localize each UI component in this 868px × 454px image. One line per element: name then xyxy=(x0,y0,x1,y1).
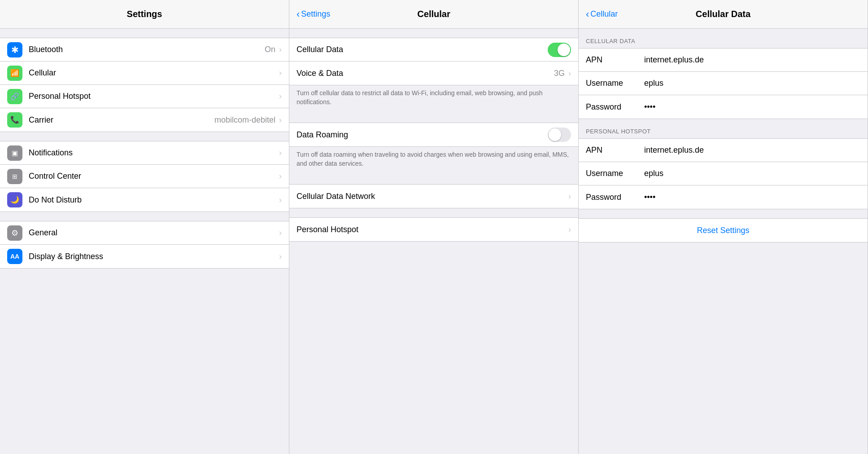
cellular-panel: ‹ Settings Cellular Cellular Data Voice … xyxy=(289,0,579,454)
settings-group-system: ▣ Notifications › ⊞ Control Center › 🌙 D… xyxy=(0,141,289,212)
cellular-data-toggle-row[interactable]: Cellular Data xyxy=(289,38,578,62)
hotspot-apn-value: internet.eplus.de xyxy=(644,145,860,155)
ph-chevron: › xyxy=(568,225,571,234)
voice-data-row[interactable]: Voice & Data 3G › xyxy=(289,62,578,85)
cellular-username-label: Username xyxy=(586,79,644,88)
cellular-data-toggle[interactable] xyxy=(548,43,571,57)
general-row[interactable]: ⚙ General › xyxy=(0,221,289,245)
notifications-chevron: › xyxy=(279,148,282,158)
cellular-icon-bg: 📶 xyxy=(7,66,22,81)
cellular-apn-label: APN xyxy=(586,55,644,65)
reset-settings-group: Reset Settings xyxy=(579,218,868,242)
settings-group-network: ✱ Bluetooth On › 📶 Cellular › 🔗 Personal… xyxy=(0,38,289,132)
cellular-chevron: › xyxy=(279,68,282,78)
voice-data-value: 3G xyxy=(554,69,565,78)
hotspot-username-row[interactable]: Username eplus xyxy=(579,162,868,185)
back-chevron-icon: ‹ xyxy=(297,9,300,19)
dnd-label: Do Not Disturb xyxy=(29,195,279,205)
hotspot-apn-label: APN xyxy=(586,145,644,155)
bluetooth-value: On xyxy=(265,45,275,54)
hotspot-password-row[interactable]: Password •••• xyxy=(579,185,868,209)
hotspot-label: Personal Hotspot xyxy=(29,92,279,101)
cellular-data-panel: ‹ Cellular Cellular Data Cellular Data A… xyxy=(579,0,868,454)
data-roaming-label: Data Roaming xyxy=(297,130,548,140)
settings-scroll[interactable]: ✱ Bluetooth On › 📶 Cellular › 🔗 Personal… xyxy=(0,29,289,454)
carrier-row[interactable]: 📞 Carrier mobilcom-debitel › xyxy=(0,108,289,132)
personal-hotspot-group-partial: Personal Hotspot › xyxy=(289,217,578,242)
cellular-back-label: Settings xyxy=(301,9,330,19)
reset-settings-label: Reset Settings xyxy=(697,226,749,235)
settings-header: Settings xyxy=(0,0,289,29)
dnd-icon: 🌙 xyxy=(10,196,19,203)
hotspot-icon: 🔗 xyxy=(10,93,19,100)
cellular-apn-value: internet.eplus.de xyxy=(644,55,860,65)
settings-title: Settings xyxy=(127,9,162,19)
data-roaming-knob xyxy=(549,128,561,141)
hotspot-section-header: Personal Hotspot xyxy=(579,119,868,138)
carrier-label: Carrier xyxy=(29,115,214,125)
voice-data-chevron: › xyxy=(568,69,571,78)
carrier-chevron: › xyxy=(279,115,282,125)
cellular-password-value: •••• xyxy=(644,102,860,112)
bluetooth-chevron: › xyxy=(279,45,282,54)
bluetooth-row[interactable]: ✱ Bluetooth On › xyxy=(0,38,289,62)
cellular-data-network-label: Cellular Data Network xyxy=(297,192,568,201)
do-not-disturb-row[interactable]: 🌙 Do Not Disturb › xyxy=(0,188,289,212)
control-center-chevron: › xyxy=(279,172,282,181)
control-center-icon-bg: ⊞ xyxy=(7,169,22,184)
bluetooth-icon-bg: ✱ xyxy=(7,42,22,57)
cellular-data-title: Cellular Data xyxy=(696,9,750,19)
carrier-value: mobilcom-debitel xyxy=(214,115,275,125)
hotspot-apn-row[interactable]: APN internet.eplus.de xyxy=(579,139,868,162)
hotspot-username-value: eplus xyxy=(644,169,860,178)
back-chevron-icon-2: ‹ xyxy=(586,9,589,19)
cellular-data-toggle-label: Cellular Data xyxy=(297,45,548,54)
dnd-icon-bg: 🌙 xyxy=(7,192,22,207)
general-label: General xyxy=(29,228,279,238)
hotspot-icon-bg: 🔗 xyxy=(7,89,22,104)
settings-panel: Settings ✱ Bluetooth On › 📶 Cellular › xyxy=(0,0,289,454)
display-icon-bg: AA xyxy=(7,249,22,264)
gear-icon: ⚙ xyxy=(11,229,18,237)
cellular-data-back-button[interactable]: ‹ Cellular xyxy=(586,9,618,19)
cellular-data-fields-group: APN internet.eplus.de Username eplus Pas… xyxy=(579,48,868,119)
display-label: Display & Brightness xyxy=(29,252,279,261)
display-icon: AA xyxy=(10,253,19,260)
control-center-label: Control Center xyxy=(29,172,279,181)
cellular-label: Cellular xyxy=(29,68,279,78)
personal-hotspot-row[interactable]: 🔗 Personal Hotspot › xyxy=(0,85,289,108)
bluetooth-label: Bluetooth xyxy=(29,45,265,54)
carrier-icon-bg: 📞 xyxy=(7,112,22,128)
display-row[interactable]: AA Display & Brightness › xyxy=(0,245,289,268)
voice-data-label: Voice & Data xyxy=(297,69,554,78)
cellular-row[interactable]: 📶 Cellular › xyxy=(0,62,289,85)
reset-settings-row[interactable]: Reset Settings xyxy=(579,219,868,242)
cellular-username-row[interactable]: Username eplus xyxy=(579,72,868,95)
cellular-username-value: eplus xyxy=(644,79,860,88)
control-center-icon: ⊞ xyxy=(12,173,17,180)
data-roaming-toggle[interactable] xyxy=(548,128,571,142)
cellular-data-scroll[interactable]: Cellular Data APN internet.eplus.de User… xyxy=(579,29,868,454)
personal-hotspot-row-partial[interactable]: Personal Hotspot › xyxy=(289,218,578,241)
cellular-data-knob xyxy=(558,44,570,56)
hotspot-fields-group: APN internet.eplus.de Username eplus Pas… xyxy=(579,138,868,209)
hotspot-password-label: Password xyxy=(586,193,644,202)
data-roaming-row[interactable]: Data Roaming xyxy=(289,123,578,146)
display-chevron: › xyxy=(279,252,282,261)
cellular-apn-row[interactable]: APN internet.eplus.de xyxy=(579,48,868,72)
cellular-data-network-row[interactable]: Cellular Data Network › xyxy=(289,185,578,208)
cellular-back-button[interactable]: ‹ Settings xyxy=(297,9,330,19)
cellular-header: ‹ Settings Cellular xyxy=(289,0,578,29)
hotspot-username-label: Username xyxy=(586,169,644,178)
cellular-data-group: Cellular Data Voice & Data 3G › xyxy=(289,38,578,85)
general-icon-bg: ⚙ xyxy=(7,225,22,241)
cellular-data-back-label: Cellular xyxy=(590,9,618,19)
cellular-icon: 📶 xyxy=(10,70,19,77)
cellular-scroll[interactable]: Cellular Data Voice & Data 3G › Turn off… xyxy=(289,29,578,454)
cellular-password-row[interactable]: Password •••• xyxy=(579,95,868,119)
notifications-row[interactable]: ▣ Notifications › xyxy=(0,141,289,165)
cellular-password-label: Password xyxy=(586,102,644,112)
notifications-label: Notifications xyxy=(29,148,279,158)
hotspot-password-value: •••• xyxy=(644,193,860,202)
control-center-row[interactable]: ⊞ Control Center › xyxy=(0,165,289,188)
